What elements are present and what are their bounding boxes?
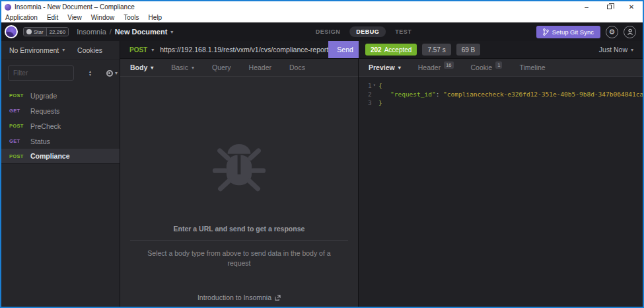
header-right: Setup Git Sync ⚙ [536, 26, 643, 38]
response-body-editor[interactable]: 1▾ { 2▾ "request_id": "compliancecheck-e… [359, 77, 643, 307]
minimize-icon[interactable]: – [575, 1, 598, 13]
titlebar-left: Insomnia - New Document – Compliance [1, 3, 575, 11]
setup-git-sync-button[interactable]: Setup Git Sync [536, 26, 600, 38]
method-badge: POST [9, 123, 26, 129]
settings-button[interactable]: ⚙ [606, 26, 618, 38]
request-name: Upgrade [30, 92, 57, 100]
user-icon [627, 28, 633, 35]
main-area: No Environment ▾ Cookies ▲ ▼ ▾ POST [1, 41, 643, 307]
insomnia-app-icon [5, 4, 11, 11]
request-name: Compliance [30, 152, 70, 160]
menu-view[interactable]: View [67, 14, 82, 21]
request-name: PreCheck [30, 122, 61, 130]
url-bar: POST ▾ https://192.168.1.19/rest/vxm/v1/… [120, 41, 358, 59]
tab-query[interactable]: Query [212, 63, 231, 71]
line-number: 2 [368, 90, 372, 98]
request-panel: POST ▾ https://192.168.1.19/rest/vxm/v1/… [120, 41, 359, 307]
request-tabs: Body ▾ Basic ▾ Query Header Docs [120, 59, 358, 77]
method-badge: POST [9, 93, 26, 98]
mode-tabs: DESIGN DEBUG TEST [309, 26, 419, 37]
chevron-down-icon: ▾ [631, 47, 633, 53]
close-icon[interactable]: ✕ [620, 1, 643, 13]
app-header: Star 22,260 Insomnia / New Document ▾ DE… [1, 22, 643, 41]
insomnia-logo-icon [5, 25, 18, 38]
tab-header[interactable]: Header [249, 63, 271, 71]
github-star-badge[interactable]: Star 22,260 [23, 27, 69, 36]
request-item-compliance[interactable]: POST Compliance [1, 149, 120, 164]
send-button[interactable]: Send [328, 41, 362, 58]
menu-edit[interactable]: Edit [47, 14, 58, 21]
code-line: 1▾ { [359, 81, 643, 90]
line-number: 3 [368, 98, 372, 107]
json-open-brace: { [378, 81, 382, 90]
star-count: 22,260 [46, 28, 68, 36]
code-line: 2▾ "request_id": "compliancecheck-e326fd… [359, 90, 643, 98]
titlebar: Insomnia - New Document – Compliance – ✕ [1, 1, 643, 13]
empty-state-title: Enter a URL and send to get a response [174, 225, 305, 233]
empty-state-subtitle: Select a body type from above to send da… [137, 249, 341, 268]
chevron-down-icon: ▾ [62, 47, 65, 53]
tab-docs[interactable]: Docs [289, 63, 305, 71]
github-icon [26, 29, 32, 34]
menu-tools[interactable]: Tools [124, 14, 139, 21]
response-status-bar: 202 Accepted 7.57 s 69 B Just Now ▾ [359, 41, 643, 59]
url-input[interactable]: https://192.168.1.19/rest/vxm/v1/cvs/com… [160, 46, 328, 54]
environment-row: No Environment ▾ Cookies [1, 41, 120, 59]
tab-body[interactable]: Body ▾ [130, 63, 153, 71]
sidebar-actions-menu[interactable]: ▾ [106, 70, 118, 77]
breadcrumb[interactable]: Insomnia / New Document ▾ [77, 28, 173, 36]
breadcrumb-document: New Document [115, 28, 167, 36]
request-item-precheck[interactable]: POST PreCheck [1, 118, 120, 134]
response-tabs: Preview ▾ Header 16 Cookie 1 Timeline [359, 59, 643, 77]
menu-help[interactable]: Help [149, 14, 162, 21]
account-button[interactable] [624, 26, 636, 38]
tab-design[interactable]: DESIGN [309, 26, 347, 37]
menu-application[interactable]: Application [5, 14, 38, 21]
json-close-brace: } [378, 98, 382, 107]
star-label: Star [34, 29, 44, 35]
method-badge: GET [9, 138, 26, 144]
line-number: 1 [368, 81, 372, 90]
window-controls: – ✕ [575, 1, 643, 13]
chevron-down-icon: ▾ [151, 65, 153, 71]
tab-timeline[interactable]: Timeline [519, 63, 545, 71]
request-list: POST Upgrade GET Requests POST PreCheck … [1, 88, 120, 164]
code-line: 3▾ } [359, 98, 643, 107]
cookie-count-badge: 1 [495, 61, 502, 69]
cookies-button[interactable]: Cookies [77, 46, 102, 54]
tab-test[interactable]: TEST [388, 26, 418, 37]
request-item-upgrade[interactable]: POST Upgrade [1, 88, 120, 103]
breadcrumb-app: Insomnia [77, 28, 106, 36]
chevron-down-icon: ▾ [398, 65, 401, 71]
response-history-dropdown[interactable]: Just Now ▾ [599, 46, 636, 54]
git-sync-label: Setup Git Sync [552, 28, 594, 36]
method-selector[interactable]: POST [129, 46, 147, 54]
tab-response-header[interactable]: Header 16 [418, 63, 454, 71]
menubar: Application Edit View Window Tools Help [1, 13, 643, 22]
environment-selector[interactable]: No Environment ▾ [9, 46, 65, 54]
introduction-link[interactable]: Introduction to Insomnia [197, 293, 281, 301]
json-value: "compliancecheck-e326fd12-351e-40b5-9b8d… [443, 91, 643, 98]
fold-arrow-icon[interactable]: ▾ [373, 81, 376, 90]
tab-debug[interactable]: DEBUG [349, 26, 386, 37]
menu-window[interactable]: Window [91, 14, 115, 21]
chevron-down-icon: ▾ [192, 65, 194, 71]
request-empty-state: Enter a URL and send to get a response S… [120, 77, 358, 307]
git-branch-icon [543, 28, 549, 36]
tab-cookie[interactable]: Cookie 1 [471, 63, 503, 71]
tab-auth-basic[interactable]: Basic ▾ [171, 63, 194, 71]
breadcrumb-separator: / [110, 28, 112, 36]
chevron-down-icon[interactable]: ▾ [151, 47, 154, 53]
target-icon [106, 70, 113, 77]
request-item-status[interactable]: GET Status [1, 134, 120, 149]
request-name: Status [30, 137, 50, 145]
filter-input[interactable] [8, 65, 74, 81]
insomnia-window: Insomnia - New Document – Compliance – ✕… [0, 0, 644, 308]
request-item-requests[interactable]: GET Requests [1, 103, 120, 118]
sort-icon[interactable]: ▲ ▼ [89, 70, 92, 77]
gear-icon: ⚙ [609, 28, 616, 36]
response-size-badge: 69 B [456, 44, 481, 56]
status-badge: 202 Accepted [365, 44, 417, 56]
restore-icon[interactable] [598, 1, 620, 13]
tab-preview[interactable]: Preview ▾ [369, 63, 401, 71]
